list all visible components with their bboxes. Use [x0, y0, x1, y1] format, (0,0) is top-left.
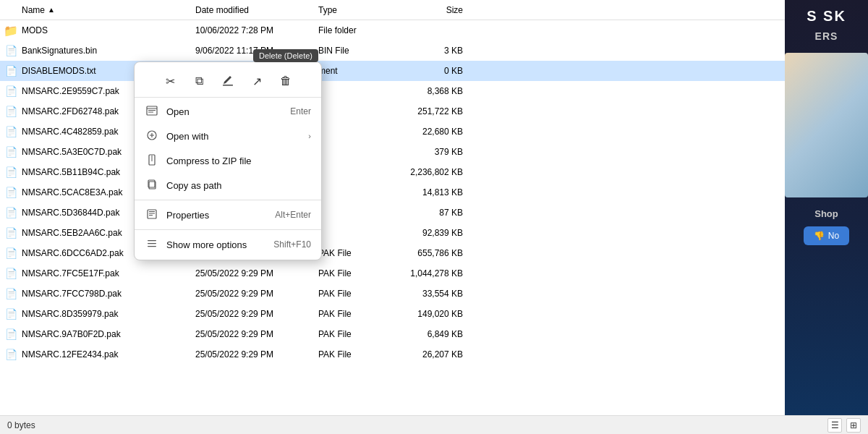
table-row[interactable]: 📄 NMSARC.5B11B94C.pak 2,236,802 KB [0, 162, 868, 182]
file-type: PAK File [318, 349, 405, 359]
file-icon: 📄 [0, 126, 22, 137]
file-type: ment [318, 66, 405, 76]
copy-path-icon [145, 179, 159, 192]
file-icon: 📄 [0, 106, 22, 117]
table-row[interactable]: 📄 NMSARC.5EB2AA6C.pak 92,839 KB [0, 223, 868, 243]
status-text: 0 bytes [7, 420, 35, 430]
right-panel-shop: Shop [814, 208, 838, 219]
file-date: 25/05/2022 9:29 PM [195, 349, 318, 359]
file-type: PAK File [318, 289, 405, 299]
context-menu-item-more-options[interactable]: Show more options Shift+F10 [135, 232, 321, 257]
file-name: NMSARC.12FE2434.pak [22, 349, 195, 359]
context-menu-item-open[interactable]: Open Enter [135, 99, 321, 124]
context-menu-item-open-with[interactable]: Open with › [135, 124, 321, 148]
svg-rect-9 [149, 211, 155, 212]
file-type: PAK File [318, 248, 405, 258]
file-size: 379 KB [405, 147, 477, 157]
more-options-label: Show more options [166, 239, 266, 250]
file-name: BankSignatures.bin [22, 46, 195, 56]
thumbs-down-icon: 👎 [814, 231, 825, 241]
right-panel-sub: ERS [815, 30, 838, 42]
file-name: NMSARC.8D359979.pak [22, 309, 195, 319]
list-view-button[interactable]: ☰ [827, 418, 842, 433]
file-size: 26,207 KB [405, 349, 477, 359]
file-size: 87 KB [405, 208, 477, 218]
file-type: PAK File [318, 309, 405, 319]
compress-icon [145, 154, 159, 168]
table-row[interactable]: 📄 NMSARC.5CAC8E3A.pak 14,813 KB [0, 182, 868, 203]
file-name: MODS [22, 25, 195, 35]
context-menu-item-copy-path[interactable]: Copy as path [135, 173, 321, 197]
file-icon: 📄 [0, 328, 22, 340]
context-menu-item-compress[interactable]: Compress to ZIP file [135, 148, 321, 173]
col-name-header[interactable]: Name ▲ [0, 5, 195, 15]
more-options-shortcut: Shift+F10 [273, 239, 311, 250]
table-row[interactable]: 📁 MODS 10/06/2022 7:28 PM File folder [0, 20, 868, 41]
file-icon: 📄 [0, 45, 22, 56]
open-with-label: Open with [166, 131, 301, 142]
no-button[interactable]: 👎 No [804, 226, 849, 245]
col-size-header[interactable]: Size [405, 5, 477, 15]
table-row[interactable]: 📄 NMSARC.7FC5E17F.pak 25/05/2022 9:29 PM… [0, 263, 868, 284]
sort-arrow: ▲ [48, 6, 55, 14]
context-menu-divider-2 [135, 229, 321, 230]
table-row[interactable]: 📄 BankSignatures.bin 9/06/2022 11:17 PM … [0, 41, 868, 61]
file-list: 📁 MODS 10/06/2022 7:28 PM File folder 📄 … [0, 20, 868, 365]
table-row[interactable]: 📄 NMSARC.2E9559C7.pak 8,368 KB [0, 81, 868, 101]
file-icon: 📄 [0, 187, 22, 198]
file-size: 22,680 KB [405, 127, 477, 137]
file-icon: 📄 [0, 288, 22, 299]
file-type: PAK File [318, 329, 405, 339]
col-date-header[interactable]: Date modified [195, 5, 318, 15]
file-date: 25/05/2022 9:29 PM [195, 289, 318, 299]
file-size: 655,786 KB [405, 248, 477, 258]
file-icon: 📄 [0, 65, 22, 77]
delete-button[interactable]: Delete (Delete) 🗑 [274, 69, 297, 93]
context-menu-item-properties[interactable]: Properties Alt+Enter [135, 203, 321, 227]
table-row[interactable]: 📄 NMSARC.7FCC798D.pak 25/05/2022 9:29 PM… [0, 284, 868, 304]
file-type: BIN File [318, 46, 405, 56]
table-row[interactable]: 📄 NMSARC.5D36844D.pak 87 KB [0, 203, 868, 223]
open-with-icon [145, 129, 159, 143]
svg-rect-2 [148, 110, 156, 111]
table-row[interactable]: 📄 NMSARC.2FD62748.pak 251,722 KB [0, 101, 868, 122]
right-panel: S SK ERS Shop 👎 No [785, 0, 868, 415]
rename-button[interactable] [216, 69, 239, 93]
file-name: NMSARC.9A7B0F2D.pak [22, 329, 195, 339]
context-menu-toolbar: ✂ ⧉ ↗ Delete (Delete) 🗑 [135, 65, 321, 98]
file-size: 149,020 KB [405, 309, 477, 319]
table-row[interactable]: 📄 NMSARC.12FE2434.pak 25/05/2022 9:29 PM… [0, 344, 868, 365]
open-icon [145, 105, 159, 119]
more-options-icon [145, 238, 159, 252]
context-menu: ✂ ⧉ ↗ Delete (Delete) 🗑 Open Enter Ope [134, 61, 322, 260]
share-button[interactable]: ↗ [245, 69, 268, 93]
svg-rect-12 [148, 240, 156, 241]
file-icon: 📄 [0, 207, 22, 218]
file-icon: 📄 [0, 349, 22, 360]
context-menu-divider [135, 200, 321, 200]
copy-path-label: Copy as path [166, 180, 311, 191]
status-bar: 0 bytes ☰ ⊞ [0, 415, 868, 434]
file-date: 10/06/2022 7:28 PM [195, 25, 318, 35]
file-date: 9/06/2022 11:17 PM [195, 46, 318, 56]
file-size: 14,813 KB [405, 187, 477, 197]
file-name: NMSARC.7FC5E17F.pak [22, 268, 195, 278]
table-row[interactable]: 📄 NMSARC.8D359979.pak 25/05/2022 9:29 PM… [0, 304, 868, 324]
table-row[interactable]: 📄 NMSARC.6DCC6AD2.pak 25/05/2022 9:29 PM… [0, 243, 868, 263]
right-panel-logo: S SK [807, 7, 846, 25]
table-row[interactable]: 📄 DISABLEMODS.txt 12/06/2022 ment 0 KB [0, 61, 868, 81]
file-icon: 📄 [0, 308, 22, 320]
cut-button[interactable]: ✂ [158, 69, 182, 93]
open-label: Open [166, 106, 283, 117]
table-row[interactable]: 📄 NMSARC.4C482859.pak 22,680 KB [0, 122, 868, 142]
grid-view-button[interactable]: ⊞ [846, 418, 861, 433]
file-name: NMSARC.7FCC798D.pak [22, 289, 195, 299]
file-size: 1,044,278 KB [405, 268, 477, 278]
table-row[interactable]: 📄 NMSARC.9A7B0F2D.pak 25/05/2022 9:29 PM… [0, 324, 868, 344]
open-with-arrow: › [308, 132, 311, 140]
table-row[interactable]: 📄 NMSARC.5A3E0C7D.pak 379 KB [0, 142, 868, 162]
properties-shortcut: Alt+Enter [275, 210, 311, 220]
file-icon: 📁 [0, 24, 22, 38]
col-type-header[interactable]: Type [318, 5, 405, 15]
copy-button[interactable]: ⧉ [187, 69, 210, 93]
